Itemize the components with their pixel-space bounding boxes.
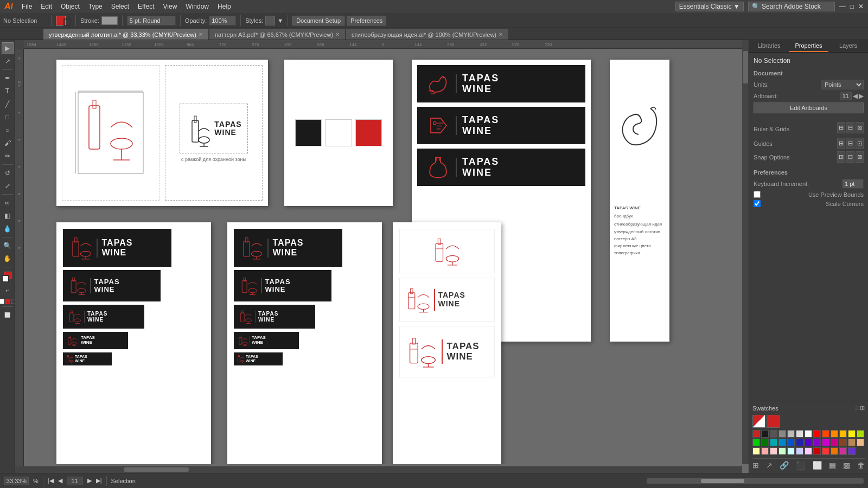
canvas-area[interactable]: 1584 1440 1296 1152 1008 864 720 576 432… <box>15 40 749 473</box>
artboard-value[interactable]: 11 <box>840 92 852 100</box>
swatches-grid-view[interactable]: ⊞ <box>860 404 865 412</box>
tab-3-close[interactable]: ✕ <box>499 31 503 37</box>
horizontal-scrollbar[interactable] <box>15 466 742 473</box>
menu-effect[interactable]: Effect <box>138 3 154 10</box>
swatch-28[interactable] <box>770 447 777 455</box>
swatch-13[interactable] <box>752 439 760 446</box>
swatch-25[interactable] <box>857 439 864 446</box>
swatch-8[interactable] <box>822 430 829 438</box>
ruler-btn-3[interactable]: ⊠ <box>856 122 864 133</box>
swatch-18[interactable] <box>796 439 803 446</box>
rotate-tool[interactable]: ↺ <box>2 167 14 179</box>
scale-tool[interactable]: ⤢ <box>2 180 14 192</box>
blend-tool[interactable]: ∞ <box>2 197 14 209</box>
keyboard-increment-input[interactable] <box>842 179 864 189</box>
swatch-1[interactable] <box>761 430 769 438</box>
maximize-btn[interactable]: □ <box>850 3 854 10</box>
swatch-0[interactable] <box>752 430 760 438</box>
menu-window[interactable]: Window <box>186 3 209 10</box>
menu-edit[interactable]: Edit <box>41 3 52 10</box>
styles-dropdown[interactable]: ▼ <box>277 17 283 24</box>
eyedropper-tool[interactable]: 💧 <box>2 223 14 235</box>
units-select[interactable]: Points Pixels Millimeters <box>821 80 864 89</box>
type-tool[interactable]: T <box>2 85 14 97</box>
nav-prev[interactable]: ◀ <box>58 477 62 484</box>
swatch-26[interactable] <box>752 447 760 455</box>
artboard-next[interactable]: ▶ <box>859 92 864 100</box>
swatch-21[interactable] <box>822 439 829 446</box>
nav-first[interactable]: |◀ <box>48 477 54 484</box>
close-btn[interactable]: ✕ <box>858 3 864 10</box>
guides-btn-1[interactable]: ⊞ <box>837 138 845 149</box>
tab-1[interactable]: утвержденный логотип.ai* @ 33,33% (CMYK/… <box>43 29 208 40</box>
swatch-palette-1[interactable]: ⬛ <box>796 461 805 470</box>
swatch-36[interactable] <box>839 447 847 455</box>
tab-1-close[interactable]: ✕ <box>199 31 203 37</box>
snap-btn-2[interactable]: ⊟ <box>846 151 854 163</box>
edit-artboards-btn[interactable]: Edit Artboards <box>754 102 864 113</box>
swatch-4[interactable] <box>787 430 795 438</box>
swatch-14[interactable] <box>761 439 769 446</box>
ellipse-tool[interactable]: ○ <box>2 124 14 136</box>
swatch-11[interactable] <box>848 430 856 438</box>
artboard-prev[interactable]: ◀ <box>853 92 858 100</box>
ruler-btn-2[interactable]: ⊟ <box>846 122 854 133</box>
swatch-27[interactable] <box>761 447 769 455</box>
brush-tool[interactable]: 🖌 <box>2 137 14 149</box>
line-tool[interactable]: ╱ <box>2 98 14 110</box>
swatch-20[interactable] <box>813 439 821 446</box>
snap-btn-1[interactable]: ⊞ <box>837 151 845 163</box>
guides-btn-2[interactable]: ⊟ <box>846 138 854 149</box>
bottom-scroll-thumb[interactable] <box>701 479 744 483</box>
stroke-size-input[interactable] <box>127 16 176 25</box>
menu-view[interactable]: View <box>163 3 177 10</box>
nav-last[interactable]: ▶| <box>96 477 102 484</box>
zoom-tool[interactable]: 🔍 <box>2 240 14 252</box>
vertical-scrollbar[interactable] <box>742 40 749 464</box>
swatch-22[interactable] <box>831 439 838 446</box>
swatch-7[interactable] <box>813 430 821 438</box>
menu-select[interactable]: Select <box>111 3 129 10</box>
swatch-12[interactable] <box>857 430 864 438</box>
artboard-tool[interactable]: ⬜ <box>2 309 14 321</box>
direct-selection-tool[interactable]: ↗ <box>2 55 14 67</box>
normal-mode[interactable] <box>0 299 4 304</box>
essentials-dropdown[interactable]: Essentials Classic ▼ <box>675 2 744 11</box>
hand-tool[interactable]: ✋ <box>2 253 14 265</box>
menu-object[interactable]: Object <box>61 3 80 10</box>
styles-swatch[interactable] <box>265 16 275 25</box>
swatch-19[interactable] <box>805 439 812 446</box>
nav-next[interactable]: ▶ <box>87 477 92 484</box>
properties-tab[interactable]: Properties <box>789 40 828 52</box>
tab-3[interactable]: стилеобразующая идея.ai* @ 100% (CMYK/Pr… <box>346 29 508 40</box>
default-colors[interactable]: ↩ <box>2 285 14 297</box>
pencil-tool[interactable]: ✏ <box>2 150 14 162</box>
swatch-33[interactable] <box>813 447 821 455</box>
menu-file[interactable]: File <box>22 3 32 10</box>
swatch-3[interactable] <box>778 430 786 438</box>
guides-btn-3[interactable]: ⊡ <box>856 138 864 149</box>
swatch-2[interactable] <box>770 430 777 438</box>
menu-help[interactable]: Help <box>218 3 231 10</box>
swatch-30[interactable] <box>787 447 795 455</box>
swatch-34[interactable] <box>822 447 829 455</box>
swatch-24[interactable] <box>848 439 856 446</box>
fill-mode[interactable] <box>5 299 10 304</box>
swatch-list[interactable]: ↗ <box>766 461 773 470</box>
bottom-scroll-track[interactable] <box>647 478 864 484</box>
swatch-link[interactable]: 🔗 <box>780 461 789 470</box>
opacity-input[interactable] <box>209 16 236 25</box>
pen-tool[interactable]: ✒ <box>2 72 14 84</box>
swatch-29[interactable] <box>778 447 786 455</box>
swatch-17[interactable] <box>787 439 795 446</box>
swatch-23[interactable] <box>839 439 847 446</box>
swatch-special-1[interactable] <box>752 415 765 428</box>
swatch-35[interactable] <box>831 447 838 455</box>
selection-tool[interactable]: ▶ <box>2 42 14 54</box>
swatch-palette-3[interactable]: ▦ <box>829 461 836 470</box>
swatch-10[interactable] <box>839 430 847 438</box>
swatch-37[interactable] <box>848 447 856 455</box>
canvas-scroll[interactable]: 3% 3% <box>24 49 749 464</box>
swatches-list-view[interactable]: ≡ <box>855 404 858 412</box>
stroke-color[interactable] <box>101 16 118 25</box>
